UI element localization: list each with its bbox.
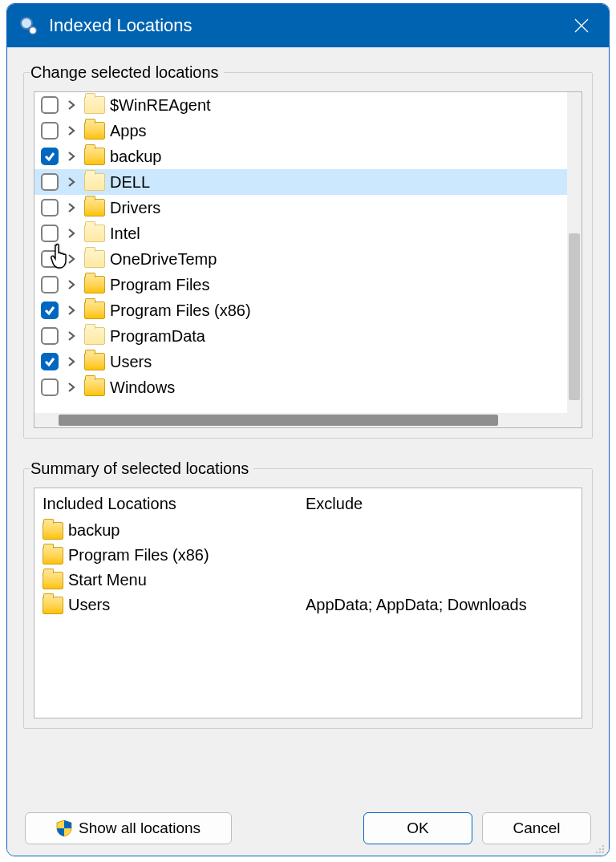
tree-row[interactable]: Users	[34, 349, 582, 374]
folder-icon	[43, 547, 63, 565]
indexing-options-icon	[18, 15, 39, 36]
tree-item-checkbox[interactable]	[41, 199, 59, 217]
tree-item-checkbox[interactable]	[41, 250, 59, 268]
summary-list: Included Locations backupProgram Files (…	[34, 488, 582, 718]
included-locations-header: Included Locations	[43, 495, 290, 513]
folder-icon	[84, 225, 105, 242]
tree-item-checkbox[interactable]	[41, 353, 59, 370]
summary-included-label: Users	[68, 596, 110, 614]
chevron-right-icon[interactable]	[63, 354, 79, 370]
tree-item-checkbox[interactable]	[41, 225, 59, 242]
tree-item-label: backup	[110, 148, 162, 166]
tree-row[interactable]: Program Files (x86)	[34, 297, 582, 323]
tree-item-label: Users	[110, 353, 152, 371]
folder-icon	[84, 96, 105, 114]
svg-point-9	[599, 852, 602, 854]
tree-row[interactable]: $WinREAgent	[34, 92, 582, 118]
tree-row[interactable]: Program Files	[34, 272, 582, 297]
tree-item-label: Program Files	[110, 276, 209, 294]
locations-tree[interactable]: $WinREAgentAppsbackupDELLDriversIntelOne…	[34, 91, 582, 428]
summary-included-label: Program Files (x86)	[68, 546, 209, 565]
folder-icon	[84, 378, 105, 396]
summary-included-label: Start Menu	[68, 571, 147, 589]
folder-icon	[43, 572, 63, 589]
summary-included-column: Included Locations backupProgram Files (…	[34, 488, 298, 718]
ok-button-label: OK	[407, 820, 428, 837]
tree-vertical-scrollbar[interactable]	[567, 92, 582, 427]
tree-row[interactable]: Apps	[34, 118, 582, 144]
show-all-locations-button[interactable]: Show all locations	[25, 812, 232, 844]
folder-icon	[43, 522, 63, 540]
tree-item-checkbox[interactable]	[41, 378, 59, 396]
tree-item-checkbox[interactable]	[41, 327, 59, 345]
folder-icon	[84, 327, 105, 345]
change-locations-legend: Change selected locations	[30, 63, 224, 82]
summary-included-row[interactable]: backup	[43, 518, 290, 543]
chevron-right-icon[interactable]	[63, 97, 79, 113]
indexed-locations-dialog: Indexed Locations Change selected locati…	[6, 3, 610, 856]
tree-item-label: ProgramData	[110, 327, 205, 346]
resize-grip[interactable]	[593, 841, 606, 854]
tree-item-label: OneDriveTemp	[110, 250, 217, 269]
chevron-right-icon[interactable]	[63, 328, 79, 344]
chevron-right-icon[interactable]	[63, 379, 79, 395]
summary-exclude-row	[306, 518, 573, 543]
summary-included-row[interactable]: Program Files (x86)	[43, 543, 290, 568]
tree-item-checkbox[interactable]	[41, 276, 59, 293]
summary-exclude-row	[306, 568, 573, 593]
tree-item-checkbox[interactable]	[41, 173, 59, 191]
summary-exclude-column: Exclude AppData; AppData; Downloads	[298, 488, 582, 718]
summary-included-label: backup	[68, 521, 120, 540]
chevron-right-icon[interactable]	[63, 123, 79, 139]
summary-group: Summary of selected locations Included L…	[23, 459, 593, 729]
uac-shield-icon	[56, 820, 72, 837]
tree-vertical-scroll-thumb[interactable]	[569, 233, 580, 400]
tree-row[interactable]: Drivers	[34, 195, 582, 221]
exclude-header: Exclude	[306, 495, 573, 513]
tree-item-checkbox[interactable]	[41, 96, 59, 114]
chevron-right-icon[interactable]	[63, 302, 79, 318]
svg-point-10	[602, 852, 605, 854]
tree-item-label: DELL	[110, 173, 150, 192]
svg-point-5	[602, 845, 605, 848]
svg-point-7	[602, 848, 605, 851]
close-button[interactable]	[562, 10, 601, 42]
tree-horizontal-scrollbar[interactable]	[34, 413, 567, 427]
summary-exclude-row: AppData; AppData; Downloads	[306, 593, 573, 617]
svg-point-6	[599, 848, 602, 851]
tree-row[interactable]: DELL	[34, 169, 582, 195]
chevron-right-icon[interactable]	[63, 277, 79, 293]
chevron-right-icon[interactable]	[63, 148, 79, 164]
folder-icon	[84, 250, 105, 268]
tree-item-label: Windows	[110, 378, 175, 397]
tree-item-checkbox[interactable]	[41, 148, 59, 165]
summary-exclude-row	[306, 543, 573, 568]
cancel-button[interactable]: Cancel	[482, 812, 591, 844]
folder-icon	[84, 173, 105, 191]
chevron-right-icon[interactable]	[63, 200, 79, 216]
summary-included-row[interactable]: Start Menu	[43, 568, 290, 593]
tree-item-checkbox[interactable]	[41, 122, 59, 140]
chevron-right-icon[interactable]	[63, 251, 79, 267]
tree-item-label: Drivers	[110, 199, 160, 217]
ok-button[interactable]: OK	[363, 812, 472, 844]
tree-row[interactable]: ProgramData	[34, 323, 582, 349]
tree-item-label: Program Files (x86)	[110, 301, 251, 320]
tree-row[interactable]: backup	[34, 144, 582, 169]
tree-row[interactable]: Windows	[34, 374, 582, 400]
chevron-right-icon[interactable]	[63, 174, 79, 190]
tree-row[interactable]: Intel	[34, 221, 582, 246]
summary-included-row[interactable]: Users	[43, 593, 290, 617]
tree-item-checkbox[interactable]	[41, 301, 59, 319]
summary-legend: Summary of selected locations	[30, 459, 253, 478]
chevron-right-icon[interactable]	[63, 225, 79, 241]
tree-item-label: Apps	[110, 122, 147, 140]
folder-icon	[84, 353, 105, 370]
client-area: Change selected locations $WinREAgentApp…	[7, 47, 609, 856]
show-all-locations-label: Show all locations	[79, 820, 201, 837]
folder-icon	[84, 122, 105, 140]
tree-horizontal-scroll-thumb[interactable]	[59, 415, 498, 426]
folder-icon	[84, 276, 105, 293]
window-title: Indexed Locations	[49, 15, 562, 36]
tree-row[interactable]: OneDriveTemp	[34, 246, 582, 272]
